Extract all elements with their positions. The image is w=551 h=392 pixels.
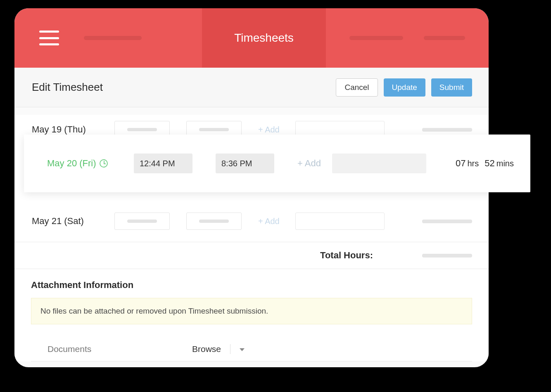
hours-display: 07 hrs 52 mins <box>456 158 514 169</box>
end-time-input[interactable] <box>186 213 242 230</box>
day-label-text: May 20 (Fri) <box>47 158 96 169</box>
documents-section: Documents Browse <box>14 324 489 361</box>
totals-row: Total Hours: <box>14 242 489 269</box>
totals-value-placeholder <box>422 254 472 257</box>
totals-label: Total Hours: <box>320 250 373 261</box>
subheader: Edit Timesheet Cancel Update Submit <box>14 68 489 107</box>
timesheet-row-active: May 20 (Fri) 12:44 PM 8:36 PM + Add 07 h… <box>24 135 530 192</box>
add-entry-link[interactable]: + Add <box>258 125 287 135</box>
end-time-input[interactable]: 8:36 PM <box>216 153 274 173</box>
notes-input[interactable] <box>295 213 385 230</box>
page-title: Timesheets <box>234 31 294 45</box>
topbar-left <box>14 31 202 45</box>
attachment-heading: Attachment Information <box>14 269 489 298</box>
chevron-down-icon <box>240 348 245 351</box>
submit-button[interactable]: Submit <box>431 78 472 97</box>
documents-label: Documents <box>48 344 192 354</box>
start-time-input[interactable] <box>114 213 170 230</box>
hours-unit: hrs <box>467 159 479 168</box>
day-label: May 21 (Sat) <box>32 216 114 227</box>
cancel-button[interactable]: Cancel <box>336 78 378 97</box>
hamburger-menu-icon[interactable] <box>39 31 59 45</box>
update-button[interactable]: Update <box>384 78 425 97</box>
add-entry-link[interactable]: + Add <box>297 158 326 169</box>
attachment-info-banner: No files can be attached or removed upon… <box>31 298 472 324</box>
row-total-placeholder <box>422 128 472 132</box>
page-title-tab[interactable]: Timesheets <box>202 8 326 68</box>
timesheet-row: May 21 (Sat) + Add <box>14 206 489 236</box>
topbar-right <box>326 36 489 40</box>
notes-input[interactable] <box>332 153 426 173</box>
nav-placeholder <box>424 36 465 40</box>
documents-row: Documents Browse <box>31 337 472 361</box>
clock-icon <box>100 159 108 168</box>
day-label-active: May 20 (Fri) <box>47 158 134 169</box>
action-buttons: Cancel Update Submit <box>336 78 472 97</box>
nav-placeholder <box>84 36 142 40</box>
row-total-placeholder <box>422 220 472 223</box>
divider <box>230 344 230 354</box>
browse-label: Browse <box>192 344 221 354</box>
browse-button[interactable]: Browse <box>192 344 245 354</box>
nav-placeholder <box>349 36 403 40</box>
day-label: May 19 (Thu) <box>32 124 114 135</box>
subheader-title: Edit Timesheet <box>32 81 103 94</box>
top-bar: Timesheets <box>14 8 489 68</box>
hours-number: 07 <box>456 158 466 169</box>
add-entry-link[interactable]: + Add <box>258 217 287 226</box>
mins-unit: mins <box>496 159 514 168</box>
mins-number: 52 <box>484 158 494 169</box>
start-time-input[interactable]: 12:44 PM <box>134 153 192 173</box>
